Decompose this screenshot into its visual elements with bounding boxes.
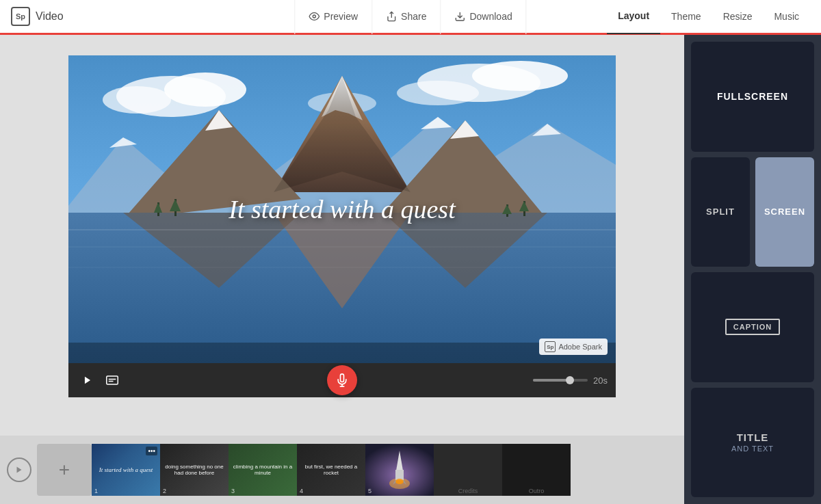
svg-marker-41 <box>85 377 90 384</box>
slide-number: 3 <box>231 488 235 494</box>
slide-3-thumb: climbing a mountain in a minute <box>229 444 297 496</box>
play-icon <box>83 375 92 385</box>
preview-label: Preview <box>324 11 358 22</box>
caption-icon <box>106 375 118 385</box>
app-name: Video <box>36 10 64 23</box>
music-tab[interactable]: Music <box>763 0 810 34</box>
nav-right-tabs: Layout Theme Resize Music <box>607 0 810 34</box>
download-label: Download <box>469 11 512 22</box>
play-button[interactable] <box>77 369 99 391</box>
timeline-slides: It started with a quest ••• 1 doing some… <box>92 444 571 496</box>
slide-number: 5 <box>368 488 372 494</box>
svg-rect-51 <box>395 470 404 480</box>
svg-point-7 <box>103 86 171 114</box>
video-overlay-text: It started with a quest <box>96 194 588 224</box>
title-and-text-layout-option[interactable]: TITLE AND TEXT <box>691 388 814 498</box>
content-area: It started with a quest Sp Adobe Spark <box>0 35 684 504</box>
time-slider[interactable] <box>533 379 588 382</box>
caption-button[interactable] <box>101 369 123 391</box>
slide-2-thumb: doing something no one had done before <box>160 444 229 496</box>
right-panel: FULLSCREEN SPLIT SCREEN CAPTION TITLE AN… <box>684 35 821 504</box>
theme-tab[interactable]: Theme <box>660 0 712 34</box>
title-label: TITLE <box>737 432 769 443</box>
credits-label: Credits <box>434 488 502 494</box>
svg-point-9 <box>472 61 568 91</box>
nav-center-actions: Preview Share Download <box>294 0 526 34</box>
rocket-thumbnail <box>365 444 434 496</box>
fullscreen-label: FULLSCREEN <box>717 91 788 102</box>
svg-point-10 <box>397 81 479 105</box>
svg-point-54 <box>395 479 404 484</box>
download-icon <box>454 11 465 22</box>
preview-button[interactable]: Preview <box>294 0 372 34</box>
add-icon: + <box>59 459 70 481</box>
time-controls: 20s <box>533 375 608 386</box>
svg-point-1 <box>313 15 315 18</box>
top-navigation: Sp Video Preview Share <box>0 0 821 35</box>
timeline-play-icon <box>15 466 23 474</box>
adobe-sp-logo: Sp <box>545 341 556 352</box>
slide-5-thumb <box>365 444 434 496</box>
svg-point-6 <box>164 72 246 107</box>
share-button[interactable]: Share <box>372 0 441 34</box>
and-text-label: AND TEXT <box>731 445 774 453</box>
slide-item[interactable]: 5 <box>365 444 434 496</box>
slide-item[interactable]: but first, we needed a rocket 4 <box>297 444 365 496</box>
adobe-spark-label: Adobe Spark <box>558 343 602 351</box>
slider-thumb <box>566 376 574 384</box>
caption-inner: CAPTION <box>725 319 781 335</box>
slide-number: 4 <box>300 488 303 494</box>
outro-label: Outro <box>502 488 571 494</box>
split-screen-row: SPLIT SCREEN <box>691 157 814 267</box>
slide-menu-button[interactable]: ••• <box>146 447 157 455</box>
adobe-spark-badge: Sp Adobe Spark <box>539 339 608 355</box>
add-slide-button[interactable]: + <box>37 444 92 496</box>
main-area: It started with a quest Sp Adobe Spark <box>0 35 821 504</box>
mic-icon <box>335 373 349 387</box>
slide-4-thumb: but first, we needed a rocket <box>297 444 365 496</box>
slide-number: 1 <box>94 488 98 494</box>
share-icon <box>386 11 397 22</box>
time-display: 20s <box>593 375 608 386</box>
slide-item[interactable]: It started with a quest ••• 1 <box>92 444 160 496</box>
slide-item[interactable]: doing something no one had done before 2 <box>160 444 229 496</box>
slider-track <box>533 379 569 382</box>
slide-item[interactable]: climbing a mountain in a minute 3 <box>229 444 297 496</box>
sp-logo: Sp <box>11 7 30 26</box>
svg-marker-47 <box>17 467 22 473</box>
screen-layout-option[interactable]: SCREEN <box>755 157 814 267</box>
fullscreen-layout-option[interactable]: FULLSCREEN <box>691 42 814 152</box>
credits-slide-item[interactable]: Credits <box>434 444 502 496</box>
video-controls: 20s <box>68 363 616 397</box>
download-button[interactable]: Download <box>441 0 526 34</box>
share-label: Share <box>401 11 426 22</box>
outro-slide-item[interactable]: Outro <box>502 444 571 496</box>
split-layout-option[interactable]: SPLIT <box>691 157 750 267</box>
screen-label: SCREEN <box>764 207 805 217</box>
resize-tab[interactable]: Resize <box>712 0 764 34</box>
timeline: + It started with a quest ••• 1 doing so… <box>0 436 684 504</box>
eye-icon <box>309 11 320 22</box>
svg-rect-42 <box>107 376 118 384</box>
caption-label: CAPTION <box>733 323 772 331</box>
mic-button[interactable] <box>327 365 357 395</box>
video-frame: It started with a quest Sp Adobe Spark <box>68 55 616 363</box>
svg-rect-40 <box>68 343 616 363</box>
brand-area: Sp Video <box>11 7 64 26</box>
layout-tab[interactable]: Layout <box>607 0 660 34</box>
slide-number: 2 <box>163 488 166 494</box>
timeline-play-button[interactable] <box>7 457 31 482</box>
split-label: SPLIT <box>706 207 735 217</box>
video-container: It started with a quest Sp Adobe Spark <box>68 55 616 397</box>
caption-layout-option[interactable]: CAPTION <box>691 272 814 382</box>
